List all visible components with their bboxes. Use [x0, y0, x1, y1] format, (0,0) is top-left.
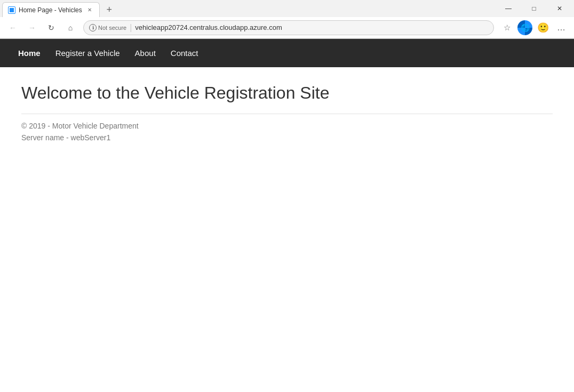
nav-icons: ☆ 🌐 🙂 …	[498, 19, 570, 36]
footer-server: Server name - webServer1	[21, 133, 553, 142]
menu-icon: …	[557, 23, 565, 33]
address-input[interactable]	[135, 23, 488, 31]
site-main-content: Welcome to the Vehicle Registration Site…	[0, 67, 574, 161]
globe-icon: 🌐	[517, 20, 532, 35]
nav-link-home[interactable]: Home	[11, 40, 48, 66]
home-button[interactable]: ⌂	[62, 19, 79, 36]
browser-chrome: Home Page - Vehicles ✕ + — □ ✕ ← → ↻ ⌂ ℹ…	[0, 0, 574, 39]
maximize-button[interactable]: □	[522, 0, 546, 17]
navigation-bar: ← → ↻ ⌂ ℹ Not secure | ☆ 🌐 🙂 …	[0, 17, 574, 38]
tab-favicon	[8, 6, 15, 14]
footer-divider	[21, 114, 553, 114]
address-bar-container[interactable]: ℹ Not secure |	[83, 20, 494, 35]
nav-link-contact[interactable]: Contact	[163, 40, 206, 66]
minimize-button[interactable]: —	[496, 0, 521, 17]
site-nav: HomeRegister a VehicleAboutContact	[0, 39, 574, 67]
active-tab[interactable]: Home Page - Vehicles ✕	[2, 2, 100, 17]
tab-strip: Home Page - Vehicles ✕ +	[2, 0, 496, 17]
nav-link-about[interactable]: About	[127, 40, 163, 66]
title-bar: Home Page - Vehicles ✕ + — □ ✕	[0, 0, 574, 17]
security-icon: ℹ Not secure	[89, 24, 126, 31]
close-button[interactable]: ✕	[547, 0, 572, 17]
page-heading: Welcome to the Vehicle Registration Site	[21, 83, 553, 103]
lock-icon: ℹ	[89, 24, 97, 31]
star-icon: ☆	[504, 23, 511, 33]
window-controls: — □ ✕	[496, 0, 572, 17]
extensions-button[interactable]: 🌐	[516, 19, 533, 36]
security-label: Not secure	[98, 25, 126, 31]
refresh-button[interactable]: ↻	[43, 19, 60, 36]
address-divider: |	[130, 23, 132, 33]
favorites-button[interactable]: ☆	[498, 19, 515, 36]
footer-copyright: © 2019 - Motor Vehicle Department	[21, 122, 553, 130]
nav-link-register-a-vehicle[interactable]: Register a Vehicle	[48, 40, 127, 66]
tab-close-button[interactable]: ✕	[85, 6, 94, 14]
emoji-button[interactable]: 🙂	[535, 19, 552, 36]
back-button[interactable]: ←	[4, 19, 21, 36]
menu-button[interactable]: …	[553, 19, 570, 36]
new-tab-button[interactable]: +	[102, 2, 117, 17]
website-content: HomeRegister a VehicleAboutContact Welco…	[0, 39, 574, 161]
copyright-text: © 2019 - Motor Vehicle Department	[21, 122, 139, 130]
emoji-icon: 🙂	[537, 22, 549, 34]
tab-title: Home Page - Vehicles	[19, 6, 82, 14]
forward-button[interactable]: →	[23, 19, 41, 36]
